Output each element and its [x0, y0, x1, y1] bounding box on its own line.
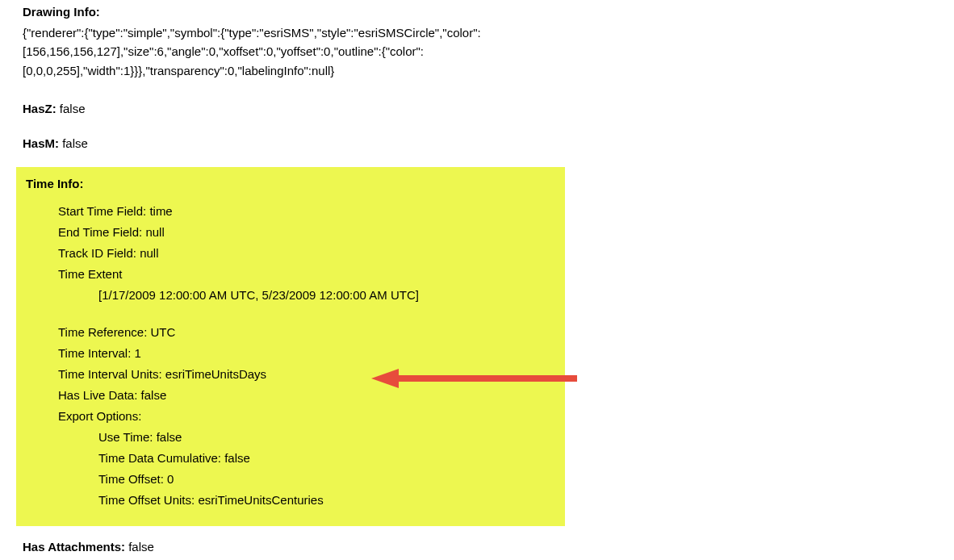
track-id-field-value: null — [140, 246, 158, 260]
drawing-info-json: {"renderer":{"type":"simple","symbol":{"… — [23, 23, 717, 80]
has-attachments-row: Has Attachments: false — [23, 537, 938, 556]
time-data-cumulative-label: Time Data Cumulative: — [98, 451, 221, 465]
time-reference-value: UTC — [151, 325, 176, 339]
time-interval-label: Time Interval: — [58, 346, 131, 360]
document-content: Drawing Info: {"renderer":{"type":"simpl… — [0, 5, 954, 560]
time-info-heading: Time Info: — [26, 177, 555, 190]
time-data-cumulative-row: Time Data Cumulative: false — [98, 449, 555, 468]
time-offset-units-label: Time Offset Units: — [98, 493, 195, 507]
viewport: Drawing Info: {"renderer":{"type":"simpl… — [0, 0, 954, 560]
has-attachments-value: false — [128, 540, 154, 554]
has-live-data-value: false — [141, 388, 167, 402]
use-time-value: false — [157, 430, 182, 444]
time-offset-row: Time Offset: 0 — [98, 470, 555, 489]
end-time-field-label: End Time Field: — [58, 225, 142, 239]
start-time-field-row: Start Time Field: time — [58, 202, 555, 221]
time-interval-row: Time Interval: 1 — [58, 344, 555, 363]
hasz-value: false — [60, 102, 86, 115]
time-interval-value: 1 — [134, 346, 140, 360]
start-time-field-value: time — [149, 204, 172, 218]
start-time-field-label: Start Time Field: — [58, 204, 146, 218]
time-data-cumulative-value: false — [224, 451, 250, 465]
time-reference-row: Time Reference: UTC — [58, 323, 555, 342]
time-info-highlight-box: Time Info: Start Time Field: time End Ti… — [16, 167, 565, 526]
use-time-label: Use Time: — [98, 430, 153, 444]
hasz-row: HasZ: false — [23, 99, 938, 118]
time-offset-units-row: Time Offset Units: esriTimeUnitsCenturie… — [98, 491, 555, 510]
drawing-info-heading: Drawing Info: — [23, 5, 938, 19]
has-attachments-label: Has Attachments: — [23, 540, 125, 554]
has-live-data-row: Has Live Data: false — [58, 386, 555, 405]
time-interval-units-value: esriTimeUnitsDays — [165, 367, 266, 381]
end-time-field-value: null — [145, 225, 164, 239]
hasm-row: HasM: false — [23, 134, 938, 153]
time-offset-label: Time Offset: — [98, 472, 164, 486]
hasm-value: false — [62, 136, 88, 150]
export-options-label: Export Options: — [58, 407, 555, 426]
use-time-row: Use Time: false — [98, 428, 555, 447]
time-reference-label: Time Reference: — [58, 325, 147, 339]
track-id-field-row: Track ID Field: null — [58, 244, 555, 263]
hasm-label: HasM: — [23, 136, 59, 150]
document-scroll[interactable]: Drawing Info: {"renderer":{"type":"simpl… — [0, 0, 954, 560]
track-id-field-label: Track ID Field: — [58, 246, 136, 260]
time-interval-units-label: Time Interval Units: — [58, 367, 162, 381]
hasz-label: HasZ: — [23, 102, 56, 115]
end-time-field-row: End Time Field: null — [58, 223, 555, 242]
time-offset-units-value: esriTimeUnitsCenturies — [198, 493, 323, 507]
time-extent-value: [1/17/2009 12:00:00 AM UTC, 5/23/2009 12… — [98, 286, 555, 305]
time-interval-units-row: Time Interval Units: esriTimeUnitsDays — [58, 365, 555, 384]
has-live-data-label: Has Live Data: — [58, 388, 137, 402]
time-extent-label: Time Extent — [58, 265, 555, 284]
time-offset-value: 0 — [167, 472, 174, 486]
